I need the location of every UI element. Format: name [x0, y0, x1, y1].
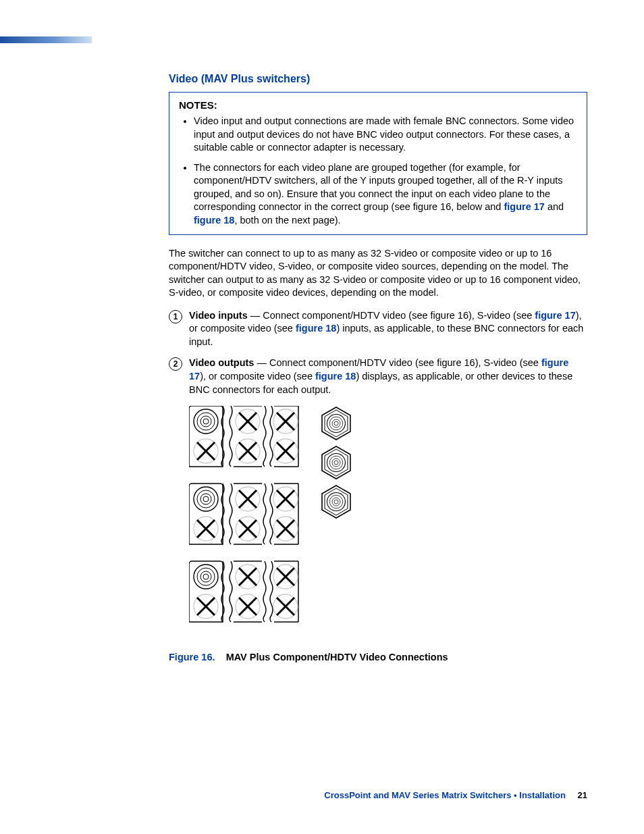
notes-item: The connectors for each video plane are … [194, 161, 577, 228]
link-figure-17[interactable]: figure 17 [535, 310, 575, 321]
notes-box: NOTES: Video input and output connection… [169, 92, 587, 235]
link-figure-18[interactable]: figure 18 [194, 215, 234, 226]
footer-page-number: 21 [578, 790, 587, 800]
notes-title: NOTES: [179, 99, 577, 111]
body-paragraph: The switcher can connect to up to as man… [169, 247, 587, 300]
page-content: Video (MAV Plus switchers) NOTES: Video … [169, 73, 587, 662]
figure-title: MAV Plus Component/HDTV Video Connection… [226, 652, 448, 662]
figure-number: Figure 16. [169, 652, 215, 662]
callout-title: Video inputs [189, 310, 248, 321]
figure-caption: Figure 16. MAV Plus Component/HDTV Video… [169, 652, 587, 662]
note-text: , both on the next page). [234, 215, 340, 226]
callout-number-icon: 2 [169, 357, 182, 371]
notes-item: Video input and output connections are m… [194, 115, 577, 155]
page-footer: CrossPoint and MAV Series Matrix Switche… [324, 790, 587, 800]
link-figure-18[interactable]: figure 18 [296, 323, 336, 334]
callout-item-1: 1 Video inputs — Connect component/HDTV … [169, 309, 587, 349]
connector-diagram-svg [189, 406, 365, 635]
footer-doc-title: CrossPoint and MAV Series Matrix Switche… [324, 790, 566, 800]
header-accent-band [0, 36, 92, 43]
callout-title: Video outputs [189, 357, 254, 368]
figure-16-diagram [189, 406, 365, 635]
callout-text: Video inputs — Connect component/HDTV vi… [189, 309, 587, 349]
callout-body: ), or composite video (see [200, 371, 315, 382]
callout-item-2: 2 Video outputs — Connect component/HDTV… [169, 357, 587, 396]
note-text: and [545, 201, 564, 212]
callout-body: — Connect component/HDTV video (see figu… [248, 310, 535, 321]
callout-body: — Connect component/HDTV video (see figu… [254, 357, 541, 368]
callout-text: Video outputs — Connect component/HDTV v… [189, 357, 587, 396]
link-figure-18[interactable]: figure 18 [315, 371, 356, 382]
link-figure-17[interactable]: figure 17 [504, 201, 544, 212]
callout-number-icon: 1 [169, 310, 182, 323]
notes-list: Video input and output connections are m… [194, 115, 577, 228]
section-heading: Video (MAV Plus switchers) [169, 73, 587, 85]
